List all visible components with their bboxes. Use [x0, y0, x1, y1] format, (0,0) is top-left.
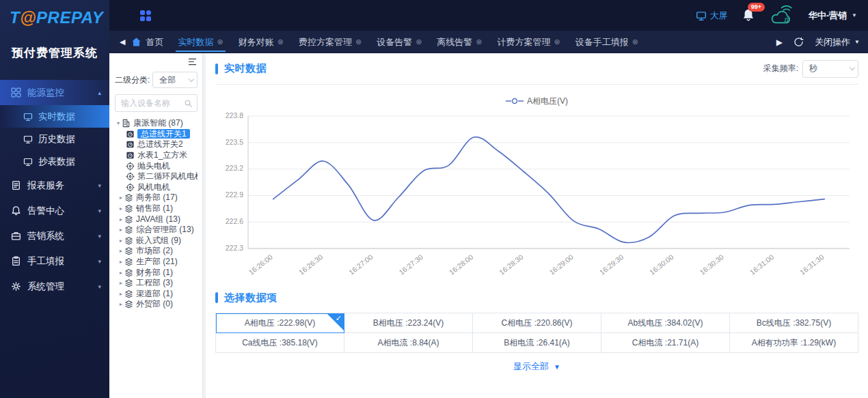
- chevron-right-icon[interactable]: ▸: [118, 205, 124, 212]
- search-icon[interactable]: [184, 99, 193, 108]
- tab-close-icon[interactable]: ⊗: [355, 38, 362, 46]
- screen-icon: [23, 134, 33, 144]
- tree-group-5[interactable]: ▸市场部 (2): [115, 246, 198, 257]
- sidebar-section-4[interactable]: 手工填报▾: [0, 248, 109, 274]
- tab-close-icon[interactable]: ⊗: [277, 38, 284, 46]
- tree-group-4[interactable]: ▸嵌入式组 (9): [115, 236, 198, 246]
- tree-device-4[interactable]: 第二循环风机电机: [115, 171, 198, 182]
- tree-group-10[interactable]: ▸外贸部 (0): [115, 299, 198, 310]
- svg-text:16:26:30: 16:26:30: [297, 253, 325, 276]
- data-item-cell-1[interactable]: B相电压 :223.24(V): [344, 313, 473, 333]
- tree-device-2[interactable]: 水表1_立方米: [115, 150, 198, 161]
- data-item-cell-7[interactable]: B相电流 :26.41(A): [473, 333, 601, 353]
- tree-group-2[interactable]: ▸JAVA组 (13): [115, 214, 198, 225]
- tree-device-5[interactable]: 风机电机: [115, 182, 198, 193]
- tree-group-9[interactable]: ▸渠道部 (1): [115, 289, 198, 300]
- layers-icon: [124, 236, 133, 245]
- sidebar-section-1[interactable]: 报表服务▾: [0, 173, 109, 198]
- data-item-cell-0[interactable]: A相电压 :222.98(V)✓: [216, 313, 344, 333]
- data-item-cell-5[interactable]: Ca线电压 :385.18(V): [216, 333, 344, 353]
- tab-close-icon[interactable]: ⊗: [554, 38, 560, 46]
- tree-group-8[interactable]: ▸工程部 (3): [115, 278, 198, 289]
- tree-group-7[interactable]: ▸财务部 (1): [115, 267, 198, 278]
- data-item-cell-4[interactable]: Bc线电压 :382.75(V): [730, 313, 858, 333]
- tab-6[interactable]: 设备手工填报⊗: [568, 31, 646, 53]
- chevron-right-icon[interactable]: ▸: [118, 227, 124, 233]
- svg-text:16:28:30: 16:28:30: [498, 253, 525, 276]
- apps-grid-icon[interactable]: [139, 10, 152, 22]
- right-column: 大屏 99+ π 华中-营销 ▼ ◀ 首页 实时数据⊗财务对账⊗费控方案管理⊗设: [109, 0, 868, 398]
- cloud-brand-icon[interactable]: π: [769, 4, 795, 27]
- category-label: 二级分类:: [115, 74, 150, 86]
- logo-text-rest: PREPAY: [36, 8, 103, 27]
- layers-icon: [124, 300, 133, 309]
- tree-group-label: 财务部 (1): [136, 267, 173, 278]
- frequency-select[interactable]: 秒: [802, 60, 858, 78]
- svg-text:223.8: 223.8: [226, 111, 243, 119]
- big-screen-label: 大屏: [710, 10, 728, 22]
- sidebar-item-0-2[interactable]: 抄表数据: [0, 150, 109, 173]
- tab-2[interactable]: 费控方案管理⊗: [291, 31, 369, 53]
- tab-close-icon[interactable]: ⊗: [476, 38, 482, 46]
- tab-close-icon[interactable]: ⊗: [217, 38, 223, 46]
- chevron-right-icon[interactable]: ▸: [118, 291, 124, 297]
- notification-bell-button[interactable]: 99+: [742, 8, 755, 23]
- category-select[interactable]: 全部: [152, 72, 198, 88]
- tree-root-node[interactable]: ▾康派智能 (87): [115, 118, 198, 129]
- tab-3[interactable]: 设备告警⊗: [369, 31, 429, 53]
- tree-group-0[interactable]: ▸商务部 (17): [115, 193, 198, 203]
- sidebar-section-5[interactable]: 系统管理▾: [0, 274, 109, 299]
- chevron-right-icon[interactable]: ▸: [118, 301, 124, 307]
- close-operations-dropdown[interactable]: 关闭操作 ▼: [815, 36, 860, 48]
- tree-device-label: 抛头电机: [137, 160, 170, 171]
- tree-device-0[interactable]: 总进线开关1: [115, 129, 198, 140]
- layers-icon: [124, 225, 133, 234]
- chevron-right-icon[interactable]: ▸: [118, 238, 124, 244]
- chevron-right-icon[interactable]: ▸: [118, 259, 124, 265]
- section-marker: [215, 63, 218, 74]
- chevron-down-icon: [189, 76, 194, 81]
- sidebar-section-2[interactable]: 告警中心▾: [0, 198, 109, 223]
- chevron-right-icon[interactable]: ▸: [118, 248, 124, 254]
- data-item-cell-9[interactable]: A相有功功率 :1.29(kW): [730, 333, 858, 353]
- data-item-cell-3[interactable]: Ab线电压 :384.02(V): [601, 313, 730, 333]
- gear-icon: [11, 281, 21, 292]
- user-menu[interactable]: 华中-营销 ▼: [809, 10, 857, 22]
- chart-svg: 223.8223.5223.2222.9222.6222.316:26:0016…: [215, 108, 858, 284]
- tab-0[interactable]: 实时数据⊗: [170, 31, 230, 53]
- chevron-right-icon[interactable]: ▸: [118, 280, 124, 286]
- tab-4[interactable]: 离线告警⊗: [429, 31, 489, 53]
- show-all-button[interactable]: 显示全部 ▼: [215, 360, 858, 373]
- tab-5[interactable]: 计费方案管理⊗: [490, 31, 568, 53]
- chevron-right-icon[interactable]: ▸: [118, 216, 124, 223]
- tab-1[interactable]: 财务对账⊗: [231, 31, 291, 53]
- sidebar-item-0-1[interactable]: 历史数据: [0, 128, 109, 150]
- tab-close-icon[interactable]: ⊗: [632, 38, 638, 46]
- sidebar-section-3[interactable]: 营销系统▾: [0, 223, 109, 248]
- sidebar-section-0[interactable]: 能源监控▴: [0, 80, 109, 105]
- tabs-back-arrow[interactable]: ◀: [115, 38, 130, 46]
- tree-device-3[interactable]: 抛头电机: [115, 160, 198, 171]
- data-item-cell-8[interactable]: C相电流 :21.71(A): [601, 333, 730, 353]
- sidebar-item-0-0[interactable]: 实时数据: [0, 105, 109, 128]
- tree-group-3[interactable]: ▸综合管理部 (13): [115, 225, 198, 236]
- big-screen-button[interactable]: 大屏: [696, 10, 728, 22]
- data-item-cell-2[interactable]: C相电压 :220.86(V): [473, 313, 601, 333]
- chevron-right-icon[interactable]: ▸: [118, 195, 124, 201]
- tabs-forward-arrow[interactable]: ▶: [776, 38, 783, 47]
- tree-device-1[interactable]: 总进线开关2: [115, 139, 198, 150]
- chart-legend[interactable]: A相电压(V): [215, 96, 858, 106]
- data-item-cell-6[interactable]: A相电流 :8.84(A): [344, 333, 473, 353]
- tab-close-icon[interactable]: ⊗: [416, 38, 422, 46]
- chevron-right-icon[interactable]: ▸: [118, 270, 124, 276]
- tab-home[interactable]: 首页: [130, 31, 170, 53]
- refresh-icon[interactable]: [794, 37, 804, 47]
- panel-fold-icon[interactable]: [187, 57, 198, 66]
- home-tab-label: 首页: [146, 36, 163, 48]
- svg-text:222.9: 222.9: [226, 190, 243, 199]
- tree-group-6[interactable]: ▸生产部 (21): [115, 257, 198, 268]
- tree-group-1[interactable]: ▸销售部 (1): [115, 203, 198, 214]
- device-search-input[interactable]: [121, 98, 184, 108]
- chevron-down-icon[interactable]: ▾: [115, 120, 122, 126]
- svg-text:π: π: [784, 14, 789, 23]
